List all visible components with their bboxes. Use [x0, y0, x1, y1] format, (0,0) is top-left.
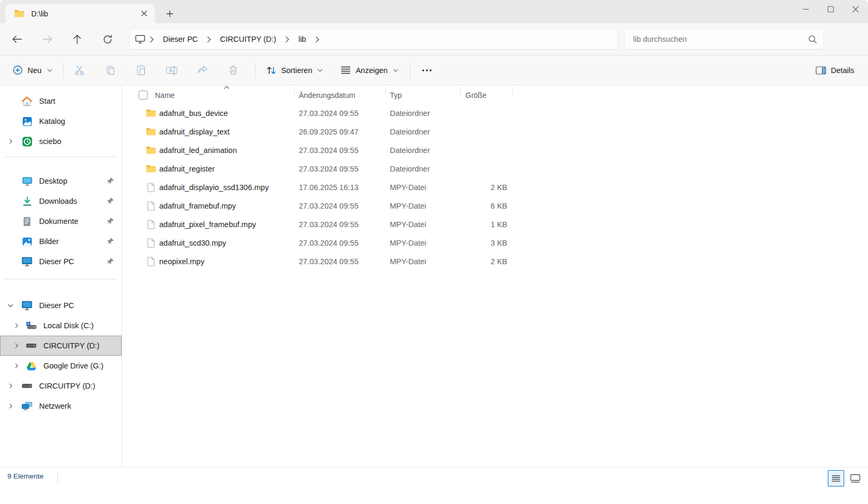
breadcrumb-chevron-icon[interactable]: [281, 36, 294, 43]
explorer-tab[interactable]: D:\lib: [5, 4, 155, 23]
file-type: Dateiordner: [385, 165, 460, 173]
chevron-right-icon[interactable]: [13, 322, 20, 329]
select-all-checkbox[interactable]: [139, 91, 148, 100]
details-pane-icon: [816, 66, 826, 75]
sidebar-item-circuitpy-d-[interactable]: CIRCUITPY (D:): [0, 336, 122, 356]
sidebar-item-downloads[interactable]: Downloads: [0, 191, 122, 211]
search-input[interactable]: [633, 35, 808, 43]
file-row[interactable]: adafruit_pixel_framebuf.mpy27.03.2024 09…: [122, 215, 868, 233]
refresh-icon[interactable]: [97, 30, 118, 49]
file-type: MPY-Datei: [385, 202, 460, 210]
chevron-right-icon[interactable]: [7, 403, 14, 409]
chevron-right-icon[interactable]: [7, 138, 14, 145]
breadcrumb-chevron-icon[interactable]: [145, 36, 158, 43]
view-button[interactable]: Anzeigen: [335, 60, 403, 80]
search-icon[interactable]: [808, 35, 817, 44]
file-type: Dateiordner: [385, 109, 460, 118]
chevron-right-icon[interactable]: [13, 343, 20, 349]
column-divider[interactable]: [460, 87, 461, 95]
share-button[interactable]: [191, 60, 214, 80]
breadcrumb-chevron-icon[interactable]: [311, 36, 324, 43]
sidebar-item-dieser-pc[interactable]: Dieser PC: [0, 295, 122, 316]
sidebar-item-label: Google Drive (G:): [43, 362, 104, 370]
file-row[interactable]: adafruit_register27.03.2024 09:55Dateior…: [122, 159, 868, 178]
file-date: 27.03.2024 09:55: [294, 109, 385, 118]
tab-close-icon[interactable]: [137, 7, 151, 21]
file-row[interactable]: adafruit_display_text26.09.2025 09:47Dat…: [122, 122, 868, 141]
file-row[interactable]: adafruit_scd30.mpy27.03.2024 09:55MPY-Da…: [122, 233, 868, 252]
drive-icon: [22, 383, 32, 389]
details-view-toggle[interactable]: [828, 470, 844, 487]
copy-button[interactable]: [99, 60, 122, 80]
column-divider[interactable]: [294, 87, 295, 95]
sidebar-item-label: sciebo: [39, 137, 61, 146]
sidebar-item-label: Start: [39, 97, 56, 105]
file-row[interactable]: adafruit_displayio_ssd1306.mpy17.06.2025…: [122, 178, 868, 196]
details-pane-button[interactable]: Details: [810, 60, 860, 80]
sidebar-item-desktop[interactable]: Desktop: [0, 171, 122, 191]
sidebar-item-google-drive-g-[interactable]: Google Drive (G:): [0, 356, 122, 376]
column-divider[interactable]: [385, 87, 386, 95]
chevron-down-icon[interactable]: [7, 302, 14, 309]
sort-button[interactable]: Sortieren: [261, 60, 328, 80]
sidebar-item-local-disk-c-[interactable]: Local Disk (C:): [0, 316, 122, 336]
column-header-name[interactable]: Name: [155, 91, 175, 100]
sidebar-item-sciebo[interactable]: sciebo: [0, 131, 122, 151]
minimize-icon[interactable]: [793, 0, 818, 18]
large-icons-view-toggle[interactable]: [850, 474, 861, 483]
pin-icon: [107, 258, 114, 265]
chevron-right-icon[interactable]: [13, 363, 20, 369]
file-row[interactable]: adafruit_led_animation27.03.2024 09:55Da…: [122, 141, 868, 159]
file-list-area: Name Änderungsdatum Typ Größe adafruit_b…: [122, 85, 868, 467]
column-header-type[interactable]: Typ: [385, 91, 460, 100]
file-name: neopixel.mpy: [159, 257, 204, 266]
close-icon[interactable]: [843, 0, 868, 18]
list-lines-icon: [341, 66, 351, 74]
up-icon[interactable]: [67, 30, 88, 49]
chevron-down-icon: [393, 69, 398, 72]
sidebar-item-netzwerk[interactable]: Netzwerk: [0, 396, 122, 416]
sidebar-item-circuitpy-d-[interactable]: CIRCUITPY (D:): [0, 376, 122, 396]
new-button[interactable]: Neu: [7, 60, 58, 80]
sidebar-item-dokumente[interactable]: Dokumente: [0, 211, 122, 231]
breadcrumb[interactable]: Dieser PCCIRCUITPY (D:)lib: [129, 29, 618, 50]
column-divider[interactable]: [512, 87, 513, 95]
more-options-icon[interactable]: [416, 60, 438, 80]
breadcrumb-chevron-icon[interactable]: [203, 36, 215, 43]
file-row[interactable]: neopixel.mpy27.03.2024 09:55MPY-Datei2 K…: [122, 252, 868, 271]
forward-icon[interactable]: [36, 30, 58, 49]
pictures-icon: [22, 237, 32, 246]
column-header-date[interactable]: Änderungsdatum: [294, 91, 385, 100]
file-type: Dateiordner: [385, 128, 460, 136]
new-tab-button[interactable]: [162, 7, 178, 21]
chevron-right-icon[interactable]: [7, 383, 14, 389]
breadcrumb-item[interactable]: CIRCUITPY (D:): [215, 32, 281, 47]
home-icon: [22, 96, 32, 106]
delete-button[interactable]: [222, 60, 244, 80]
sidebar-item-label: Downloads: [39, 197, 77, 205]
rename-button[interactable]: [161, 60, 183, 80]
search-box[interactable]: [624, 29, 824, 50]
column-header-size[interactable]: Größe: [460, 91, 512, 100]
sidebar-item-bilder[interactable]: Bilder: [0, 231, 122, 251]
cut-button[interactable]: [69, 60, 91, 80]
back-icon[interactable]: [6, 30, 28, 49]
sidebar-item-katalog[interactable]: Katalog: [0, 111, 122, 131]
paste-button[interactable]: [130, 60, 152, 80]
file-icon: [147, 201, 155, 211]
file-name: adafruit_pixel_framebuf.mpy: [159, 220, 256, 229]
breadcrumb-item[interactable]: Dieser PC: [158, 32, 203, 47]
gallery-icon: [22, 116, 32, 127]
file-name: adafruit_scd30.mpy: [159, 239, 226, 247]
pc-icon: [22, 257, 32, 266]
file-row[interactable]: adafruit_bus_device27.03.2024 09:55Datei…: [122, 104, 868, 122]
sidebar-item-dieser-pc[interactable]: Dieser PC: [0, 251, 122, 272]
file-date: 17.06.2025 16:13: [294, 183, 385, 192]
maximize-icon[interactable]: [818, 0, 843, 18]
sidebar-item-start[interactable]: Start: [0, 91, 122, 111]
downloads-icon: [22, 196, 32, 206]
toolbar-divider: [63, 62, 63, 78]
file-row[interactable]: adafruit_framebuf.mpy27.03.2024 09:55MPY…: [122, 196, 868, 215]
breadcrumb-item[interactable]: lib: [294, 32, 311, 47]
file-date: 27.03.2024 09:55: [294, 146, 385, 155]
